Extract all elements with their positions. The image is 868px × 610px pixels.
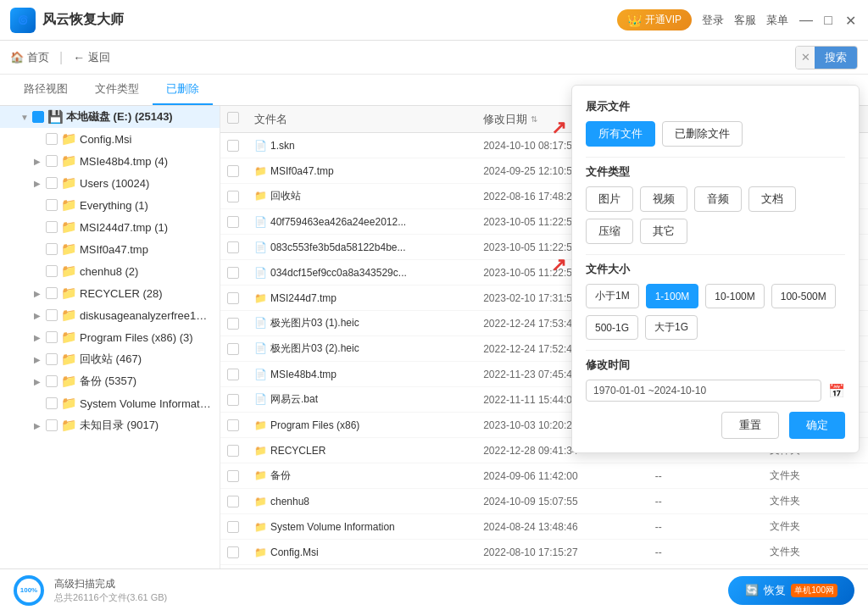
menu-button[interactable]: 菜单 bbox=[766, 13, 788, 28]
row-checkbox[interactable] bbox=[227, 343, 254, 355]
sidebar-item-everything[interactable]: 📁 Everything (1) bbox=[0, 194, 220, 216]
sidebar-item-recycle[interactable]: ▶ 📁 回收站 (467) bbox=[0, 348, 220, 370]
select-all-checkbox[interactable] bbox=[227, 112, 239, 124]
table-row[interactable]: 📁chenhu8 2024-10-09 15:07:55 -- 文件夹 bbox=[220, 489, 868, 514]
row-checkbox[interactable] bbox=[227, 369, 254, 380]
checkbox-root[interactable] bbox=[32, 111, 44, 123]
row-checkbox[interactable] bbox=[227, 419, 254, 431]
back-button[interactable]: ← 返回 bbox=[73, 50, 110, 65]
row-checkbox[interactable] bbox=[227, 241, 254, 253]
row-name: 📁RECYCLER bbox=[254, 445, 483, 457]
sidebar-item-unknown[interactable]: ▶ 📁 未知目录 (9017) bbox=[0, 414, 220, 436]
folder-icon: 📁 bbox=[254, 496, 267, 507]
row-checkbox[interactable] bbox=[227, 470, 254, 482]
checkbox-programx86[interactable] bbox=[46, 331, 58, 343]
checkbox-users[interactable] bbox=[46, 177, 58, 189]
table-row[interactable]: 📁System Volume Information 2024-08-24 13… bbox=[220, 514, 868, 540]
tab-path[interactable]: 路径视图 bbox=[10, 75, 81, 105]
sidebar-item-sysvolinfo[interactable]: 📁 System Volume Information | bbox=[0, 392, 220, 414]
size-btn-100-500m[interactable]: 100-500M bbox=[771, 284, 836, 308]
header-checkbox[interactable] bbox=[227, 112, 254, 126]
file-icon: 📄 bbox=[254, 369, 267, 380]
header-name[interactable]: 文件名 bbox=[254, 112, 483, 127]
vip-button[interactable]: 👑 开通VIP bbox=[617, 9, 692, 30]
row-checkbox[interactable] bbox=[227, 445, 254, 457]
type-btn-image[interactable]: 图片 bbox=[586, 186, 633, 212]
size-btn-500-1g[interactable]: 500-1G bbox=[586, 315, 638, 340]
type-btn-other[interactable]: 其它 bbox=[640, 219, 687, 244]
checkbox-diskusage[interactable] bbox=[46, 309, 58, 321]
table-row[interactable]: 📁备份 2024-09-06 11:42:00 -- 文件夹 bbox=[220, 463, 868, 489]
row-checkbox[interactable] bbox=[227, 394, 254, 406]
size-btn-lt1m[interactable]: 小于1M bbox=[586, 284, 639, 308]
show-all-button[interactable]: 所有文件 bbox=[586, 121, 655, 147]
checkbox-everything[interactable] bbox=[46, 199, 58, 211]
tab-deleted[interactable]: 已删除 bbox=[153, 75, 213, 105]
type-btn-compress[interactable]: 压缩 bbox=[586, 219, 633, 244]
row-checkbox[interactable] bbox=[227, 496, 254, 507]
minimize-button[interactable]: — bbox=[798, 13, 814, 28]
checkbox-msif0a47[interactable] bbox=[46, 243, 58, 255]
date-range-input[interactable] bbox=[586, 380, 821, 402]
checkbox-unknown[interactable] bbox=[46, 419, 58, 431]
row-checkbox[interactable] bbox=[227, 292, 254, 304]
size-btn-10-100m[interactable]: 10-100M bbox=[705, 284, 764, 308]
checkbox-recycler[interactable] bbox=[46, 287, 58, 299]
checkbox-config[interactable] bbox=[46, 133, 58, 145]
row-name: 📄083c553fe3b5da58122b4be... bbox=[254, 241, 483, 253]
row-checkbox[interactable] bbox=[227, 165, 254, 177]
search-clear-button[interactable]: ✕ bbox=[796, 46, 815, 69]
support-button[interactable]: 客服 bbox=[734, 13, 756, 28]
calendar-icon[interactable]: 📅 bbox=[828, 383, 845, 399]
table-row[interactable]: 📁Config.Msi 2022-08-10 17:15:27 -- 文件夹 bbox=[220, 540, 868, 565]
row-checkbox[interactable] bbox=[227, 546, 254, 558]
login-button[interactable]: 登录 bbox=[702, 13, 724, 28]
checkbox-backup[interactable] bbox=[46, 375, 58, 387]
show-deleted-button[interactable]: 已删除文件 bbox=[662, 121, 743, 147]
sidebar-item-msif0a47[interactable]: 📁 MSIf0a47.tmp bbox=[0, 238, 220, 260]
status-label: 高级扫描完成 bbox=[54, 577, 167, 591]
type-btn-doc[interactable]: 文档 bbox=[748, 186, 796, 212]
type-btn-audio[interactable]: 音频 bbox=[694, 186, 742, 212]
row-checkbox[interactable] bbox=[227, 191, 254, 202]
titlebar-right: 👑 开通VIP 登录 客服 菜单 — □ ✕ bbox=[617, 9, 858, 30]
tab-type[interactable]: 文件类型 bbox=[81, 75, 153, 105]
sidebar-item-users[interactable]: ▶ 📁 Users (10024) bbox=[0, 172, 220, 194]
sidebar-item-chenhu8[interactable]: 📁 chenhu8 (2) bbox=[0, 260, 220, 282]
size-btn-1-100m[interactable]: 1-100M bbox=[646, 284, 699, 308]
checkbox-sysvolinfo[interactable] bbox=[46, 397, 58, 409]
row-checkbox[interactable] bbox=[227, 216, 254, 228]
sidebar-item-msie48b4[interactable]: ▶ 📁 MSIe48b4.tmp (4) bbox=[0, 150, 220, 172]
reset-button[interactable]: 重置 bbox=[721, 412, 779, 439]
modify-time-title: 修改时间 bbox=[586, 358, 845, 373]
checkbox-chenhu8[interactable] bbox=[46, 265, 58, 277]
sidebar-item-root[interactable]: ▼ 💾 本地磁盘 (E:) (25143) bbox=[0, 106, 220, 128]
maximize-button[interactable]: □ bbox=[821, 13, 836, 28]
checkbox-msi244d7[interactable] bbox=[46, 221, 58, 233]
table-row[interactable]: 📁Users 2022-08-10 17:11:50 -- 文件夹 bbox=[220, 565, 868, 568]
home-button[interactable]: 🏠 首页 bbox=[10, 50, 49, 65]
row-checkbox[interactable] bbox=[227, 267, 254, 279]
search-button[interactable]: 搜索 bbox=[815, 46, 857, 69]
row-name: 📁System Volume Information bbox=[254, 521, 483, 533]
row-checkbox[interactable] bbox=[227, 521, 254, 533]
sidebar-item-msi244d7[interactable]: 📁 MSI244d7.tmp (1) bbox=[0, 216, 220, 238]
sidebar-label-msi244d7: MSI244d7.tmp (1) bbox=[80, 221, 213, 234]
sidebar-item-config[interactable]: 📁 Config.Msi bbox=[0, 128, 220, 150]
type-btn-video[interactable]: 视频 bbox=[640, 186, 687, 212]
sidebar-label-diskusage: diskusageanalyzerfree19 (210) bbox=[80, 309, 213, 322]
recover-button[interactable]: 🔄 恢复 单机100网 bbox=[728, 576, 854, 605]
sidebar-item-recycler[interactable]: ▶ 📁 RECYCLER (28) bbox=[0, 282, 220, 304]
confirm-button[interactable]: 确定 bbox=[789, 412, 845, 439]
sidebar-item-programx86[interactable]: ▶ 📁 Program Files (x86) (3) bbox=[0, 326, 220, 348]
row-size: -- bbox=[655, 521, 770, 533]
checkbox-msie48b4[interactable] bbox=[46, 155, 58, 167]
close-button[interactable]: ✕ bbox=[843, 13, 858, 28]
checkbox-recycle[interactable] bbox=[46, 353, 58, 365]
size-btn-gt1g[interactable]: 大于1G bbox=[645, 315, 698, 340]
row-checkbox[interactable] bbox=[227, 140, 254, 152]
sidebar-item-diskusage[interactable]: ▶ 📁 diskusageanalyzerfree19 (210) bbox=[0, 304, 220, 326]
file-icon: 📄 bbox=[254, 267, 267, 279]
sidebar-item-backup[interactable]: ▶ 📁 备份 (5357) bbox=[0, 370, 220, 392]
row-checkbox[interactable] bbox=[227, 318, 254, 330]
